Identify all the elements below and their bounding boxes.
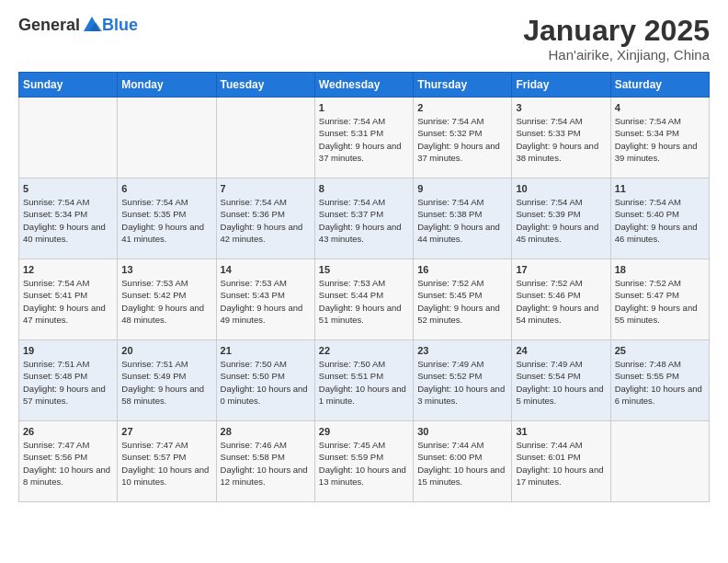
day-info: Sunrise: 7:54 AM Sunset: 5:34 PM Dayligh… [615,115,705,164]
day-info: Sunrise: 7:52 AM Sunset: 5:47 PM Dayligh… [615,277,705,326]
calendar-cell: 13Sunrise: 7:53 AM Sunset: 5:42 PM Dayli… [118,259,216,340]
weekday-header-friday: Friday [512,73,610,98]
day-info: Sunrise: 7:54 AM Sunset: 5:39 PM Dayligh… [516,196,606,245]
weekday-header-monday: Monday [118,73,216,98]
day-number: 19 [23,345,113,356]
day-number: 9 [417,183,507,194]
calendar-table: SundayMondayTuesdayWednesdayThursdayFrid… [18,72,710,502]
day-info: Sunrise: 7:54 AM Sunset: 5:37 PM Dayligh… [319,196,409,245]
day-info: Sunrise: 7:53 AM Sunset: 5:42 PM Dayligh… [121,277,211,326]
day-number: 14 [221,264,311,275]
day-info: Sunrise: 7:45 AM Sunset: 5:59 PM Dayligh… [319,439,409,488]
day-info: Sunrise: 7:47 AM Sunset: 5:56 PM Dayligh… [23,439,113,488]
day-number: 27 [121,426,211,437]
day-info: Sunrise: 7:49 AM Sunset: 5:54 PM Dayligh… [516,358,606,407]
calendar-cell: 11Sunrise: 7:54 AM Sunset: 5:40 PM Dayli… [610,178,709,259]
day-number: 28 [221,426,311,437]
day-info: Sunrise: 7:51 AM Sunset: 5:49 PM Dayligh… [121,358,211,407]
calendar-cell: 4Sunrise: 7:54 AM Sunset: 5:34 PM Daylig… [610,98,709,178]
day-info: Sunrise: 7:54 AM Sunset: 5:41 PM Dayligh… [23,277,113,326]
calendar-cell: 8Sunrise: 7:54 AM Sunset: 5:37 PM Daylig… [314,178,413,259]
calendar-cell: 27Sunrise: 7:47 AM Sunset: 5:57 PM Dayli… [118,421,216,502]
day-number: 25 [615,345,705,356]
calendar-cell [216,98,314,178]
day-number: 29 [319,426,409,437]
week-row-1: 1Sunrise: 7:54 AM Sunset: 5:31 PM Daylig… [19,98,710,178]
day-info: Sunrise: 7:54 AM Sunset: 5:34 PM Dayligh… [23,196,113,245]
weekday-header-row: SundayMondayTuesdayWednesdayThursdayFrid… [19,73,710,98]
day-number: 2 [417,102,507,113]
day-number: 31 [516,426,606,437]
day-number: 12 [23,264,113,275]
day-number: 22 [319,345,409,356]
day-info: Sunrise: 7:54 AM Sunset: 5:38 PM Dayligh… [417,196,507,245]
day-info: Sunrise: 7:52 AM Sunset: 5:46 PM Dayligh… [516,277,606,326]
calendar-cell: 7Sunrise: 7:54 AM Sunset: 5:36 PM Daylig… [216,178,314,259]
calendar-cell: 12Sunrise: 7:54 AM Sunset: 5:41 PM Dayli… [19,259,118,340]
day-info: Sunrise: 7:49 AM Sunset: 5:52 PM Dayligh… [417,358,507,407]
calendar-cell: 22Sunrise: 7:50 AM Sunset: 5:51 PM Dayli… [314,340,413,421]
calendar-cell: 18Sunrise: 7:52 AM Sunset: 5:47 PM Dayli… [610,259,709,340]
calendar-cell: 16Sunrise: 7:52 AM Sunset: 5:45 PM Dayli… [414,259,512,340]
day-info: Sunrise: 7:54 AM Sunset: 5:35 PM Dayligh… [121,196,211,245]
day-number: 13 [121,264,211,275]
day-number: 10 [516,183,606,194]
day-info: Sunrise: 7:50 AM Sunset: 5:50 PM Dayligh… [221,358,311,407]
calendar-cell: 5Sunrise: 7:54 AM Sunset: 5:34 PM Daylig… [19,178,118,259]
calendar-cell: 25Sunrise: 7:48 AM Sunset: 5:55 PM Dayli… [610,340,709,421]
day-number: 11 [615,183,705,194]
day-number: 20 [121,345,211,356]
day-number: 26 [23,426,113,437]
calendar-cell: 24Sunrise: 7:49 AM Sunset: 5:54 PM Dayli… [512,340,610,421]
day-info: Sunrise: 7:44 AM Sunset: 6:00 PM Dayligh… [417,439,507,488]
calendar-cell: 31Sunrise: 7:44 AM Sunset: 6:01 PM Dayli… [512,421,610,502]
calendar-cell: 17Sunrise: 7:52 AM Sunset: 5:46 PM Dayli… [512,259,610,340]
day-info: Sunrise: 7:53 AM Sunset: 5:43 PM Dayligh… [221,277,311,326]
day-info: Sunrise: 7:48 AM Sunset: 5:55 PM Dayligh… [615,358,705,407]
day-info: Sunrise: 7:54 AM Sunset: 5:32 PM Dayligh… [417,115,507,164]
day-number: 16 [417,264,507,275]
weekday-header-tuesday: Tuesday [216,73,314,98]
week-row-4: 19Sunrise: 7:51 AM Sunset: 5:48 PM Dayli… [19,340,710,421]
day-number: 3 [516,102,606,113]
day-info: Sunrise: 7:47 AM Sunset: 5:57 PM Dayligh… [121,439,211,488]
calendar-cell: 9Sunrise: 7:54 AM Sunset: 5:38 PM Daylig… [414,178,512,259]
calendar-cell [19,98,118,178]
calendar-cell: 29Sunrise: 7:45 AM Sunset: 5:59 PM Dayli… [314,421,413,502]
day-info: Sunrise: 7:54 AM Sunset: 5:33 PM Dayligh… [516,115,606,164]
day-info: Sunrise: 7:53 AM Sunset: 5:44 PM Dayligh… [319,277,409,326]
logo-general: General [18,16,80,35]
calendar-cell: 10Sunrise: 7:54 AM Sunset: 5:39 PM Dayli… [512,178,610,259]
title-block: January 2025 Han'airike, Xinjiang, China [523,15,710,63]
calendar-page: General Blue January 2025 Han'airike, Xi… [0,0,728,517]
logo-blue: Blue [102,16,138,35]
day-info: Sunrise: 7:54 AM Sunset: 5:31 PM Dayligh… [319,115,409,164]
calendar-cell: 2Sunrise: 7:54 AM Sunset: 5:32 PM Daylig… [414,98,512,178]
calendar-cell: 1Sunrise: 7:54 AM Sunset: 5:31 PM Daylig… [314,98,413,178]
calendar-cell: 20Sunrise: 7:51 AM Sunset: 5:49 PM Dayli… [118,340,216,421]
logo-icon [82,15,102,35]
calendar-cell: 15Sunrise: 7:53 AM Sunset: 5:44 PM Dayli… [314,259,413,340]
day-number: 7 [221,183,311,194]
day-info: Sunrise: 7:50 AM Sunset: 5:51 PM Dayligh… [319,358,409,407]
calendar-subtitle: Han'airike, Xinjiang, China [523,47,710,63]
calendar-cell [118,98,216,178]
weekday-header-thursday: Thursday [414,73,512,98]
calendar-cell: 28Sunrise: 7:46 AM Sunset: 5:58 PM Dayli… [216,421,314,502]
day-info: Sunrise: 7:54 AM Sunset: 5:40 PM Dayligh… [615,196,705,245]
calendar-cell: 14Sunrise: 7:53 AM Sunset: 5:43 PM Dayli… [216,259,314,340]
day-number: 17 [516,264,606,275]
weekday-header-wednesday: Wednesday [314,73,413,98]
calendar-cell: 21Sunrise: 7:50 AM Sunset: 5:50 PM Dayli… [216,340,314,421]
day-number: 8 [319,183,409,194]
day-info: Sunrise: 7:46 AM Sunset: 5:58 PM Dayligh… [221,439,311,488]
weekday-header-sunday: Sunday [19,73,118,98]
calendar-cell: 26Sunrise: 7:47 AM Sunset: 5:56 PM Dayli… [19,421,118,502]
weekday-header-saturday: Saturday [610,73,709,98]
calendar-cell: 19Sunrise: 7:51 AM Sunset: 5:48 PM Dayli… [19,340,118,421]
day-number: 18 [615,264,705,275]
day-number: 15 [319,264,409,275]
day-number: 5 [23,183,113,194]
header: General Blue January 2025 Han'airike, Xi… [18,15,710,63]
calendar-title: January 2025 [523,15,710,47]
